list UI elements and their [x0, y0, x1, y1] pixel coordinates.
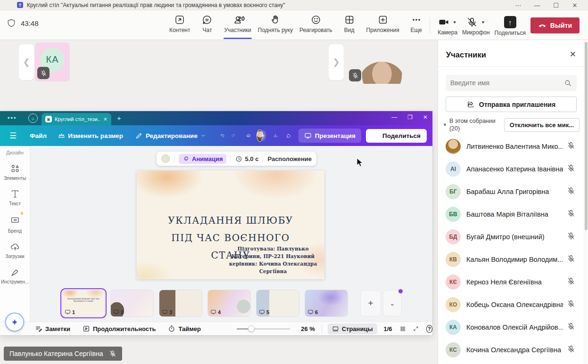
- tabbar-more-icon[interactable]: •••: [8, 114, 17, 121]
- participant-mic-muted-icon[interactable]: [567, 164, 575, 174]
- undo-icon[interactable]: [220, 131, 224, 140]
- slide-thumbnail[interactable]: 3: [159, 290, 202, 316]
- react-button[interactable]: Реагировать: [296, 10, 336, 40]
- participant-mic-muted-icon[interactable]: [567, 322, 575, 332]
- microphone-button[interactable]: ▼ Микрофон: [462, 15, 489, 36]
- search-input[interactable]: [450, 79, 564, 87]
- send-invite-button[interactable]: Отправка приглашения: [446, 97, 577, 112]
- new-tab-button[interactable]: +: [117, 114, 121, 122]
- collapse-filmstrip-button[interactable]: ⌄: [383, 290, 402, 316]
- canva-maximize-button[interactable]: ❐: [407, 114, 413, 121]
- participant-row[interactable]: КЄ Керноз Неля Євгеніївна: [438, 271, 584, 293]
- participant-row[interactable]: КС Кочина Олександра Сергіївна: [438, 339, 584, 361]
- help-button[interactable]: ?: [426, 325, 432, 333]
- participant-mic-muted-icon[interactable]: [567, 254, 575, 265]
- mic-dropdown-chevron[interactable]: ▼: [480, 20, 485, 24]
- window-minimize-button[interactable]: —: [528, 0, 547, 10]
- notes-button[interactable]: Заметки: [35, 325, 70, 332]
- menu-hamburger-icon[interactable]: ☰: [9, 131, 17, 141]
- participant-row[interactable]: БД Бугай Дмитро (внешний): [438, 226, 584, 248]
- panel-close-icon[interactable]: ✕: [570, 49, 576, 59]
- home-icon[interactable]: ⌂: [28, 113, 38, 123]
- strip-next-button[interactable]: ❯: [329, 44, 344, 80]
- view-button[interactable]: Вид: [336, 10, 363, 40]
- redo-icon[interactable]: [231, 131, 235, 140]
- participant-row[interactable]: АІ Апанасенко Катерина Іванівна: [438, 158, 584, 180]
- content-button[interactable]: Контент: [166, 10, 193, 40]
- canva-assistant-button[interactable]: ✦: [5, 313, 24, 332]
- mute-all-button[interactable]: Отключить все мик...: [504, 118, 580, 132]
- slide-thumbnail[interactable]: 1 УКЛАДАННЯ ШЛЮБУ ПІД ЧАС ВОЄННОГО СТАНУ: [62, 290, 105, 316]
- participant-mic-muted-icon[interactable]: [567, 299, 575, 310]
- slide-thumbnail[interactable]: 4: [208, 290, 250, 316]
- presentation-slide[interactable]: УКЛАДАННЯ ШЛЮБУ ПІД ЧАС ВОЄННОГО СТАНУ П…: [137, 170, 324, 279]
- fullscreen-icon[interactable]: [413, 325, 419, 332]
- participant-row[interactable]: КО Кобець Оксана Олександрівна: [438, 293, 584, 316]
- participant-row[interactable]: БГ Барабаш Алла Григорівна: [438, 180, 584, 203]
- search-box[interactable]: [446, 75, 577, 91]
- more-button[interactable]: Еще: [403, 10, 430, 40]
- editing-mode-dropdown[interactable]: Редактирование: [135, 132, 206, 139]
- sidebar-item-tools[interactable]: Инструмен...: [0, 267, 30, 284]
- timer-button[interactable]: Таймер: [168, 325, 201, 332]
- leave-button[interactable]: Выйти: [530, 17, 580, 33]
- apps-button[interactable]: Приложения: [363, 10, 403, 40]
- duration-toolbar-button[interactable]: Продолжительность: [83, 325, 156, 332]
- zoom-slider-knob[interactable]: [248, 325, 255, 332]
- video-tile-initials[interactable]: КА: [35, 42, 70, 81]
- camera-dropdown-chevron[interactable]: ▼: [452, 20, 457, 24]
- participant-row[interactable]: Литвиненко Валентина Мико...: [438, 135, 584, 158]
- tab-close-icon[interactable]: ✕: [103, 116, 108, 122]
- add-collaborator-button[interactable]: +: [260, 130, 265, 141]
- participant-mic-muted-icon[interactable]: [567, 186, 575, 197]
- slide-thumbnail[interactable]: 6: [305, 290, 348, 316]
- sidebar-item-brand[interactable]: ♛ Бренд: [0, 214, 30, 234]
- shared-screen-canva-window[interactable]: ••• ⌂ ▣ Круглий стіл_тези... ✕ + — ❐ ✕ ☰…: [0, 111, 432, 335]
- featured-video-tile[interactable]: [347, 41, 417, 84]
- comment-icon[interactable]: [286, 131, 291, 140]
- participant-mic-muted-icon[interactable]: [567, 232, 575, 242]
- zoom-level: 26 %: [301, 325, 315, 332]
- camera-button[interactable]: ▼ Камера: [438, 15, 457, 36]
- resize-button[interactable]: Изменить размер: [58, 132, 123, 139]
- panel-scrollbar[interactable]: [584, 40, 588, 364]
- participant-row[interactable]: БВ Баштова Марія Віталіївна: [438, 203, 584, 226]
- animation-button[interactable]: Анимация: [179, 154, 226, 164]
- sidebar-item-elements[interactable]: Элементы: [0, 163, 30, 181]
- participant-mic-muted-icon[interactable]: [567, 345, 575, 355]
- canva-active-tab[interactable]: ▣ Круглий стіл_тези... ✕: [41, 113, 111, 125]
- participants-button[interactable]: 20 Участники: [221, 10, 254, 40]
- raise-hand-button[interactable]: Поднять руку: [255, 10, 296, 40]
- canva-close-button[interactable]: ✕: [423, 114, 428, 121]
- window-maximize-button[interactable]: ☐: [547, 0, 565, 10]
- participant-mic-muted-icon[interactable]: [567, 277, 575, 287]
- section-collapse-caret[interactable]: ▼: [443, 122, 447, 127]
- pages-button[interactable]: Страницы: [328, 324, 377, 334]
- color-swatch[interactable]: [161, 154, 170, 163]
- participant-row[interactable]: КА Коновалов Олексій Андрійов...: [438, 316, 584, 339]
- add-slide-button[interactable]: +: [360, 290, 381, 316]
- slide-thumbnail[interactable]: 2: [111, 290, 153, 316]
- canva-share-button[interactable]: Поделиться: [366, 129, 427, 143]
- chat-button[interactable]: Чат: [193, 10, 221, 40]
- window-close-button[interactable]: ✕: [565, 0, 584, 10]
- participant-mic-muted-icon[interactable]: [567, 141, 575, 152]
- participant-mic-muted-icon[interactable]: [567, 209, 575, 219]
- strip-prev-button[interactable]: ❮: [19, 44, 34, 80]
- participant-row[interactable]: КВ Кальян Володимир Володим...: [438, 248, 584, 271]
- share-screen-button[interactable]: ↑ Поделиться: [495, 14, 526, 36]
- present-button[interactable]: Презентация: [298, 129, 361, 143]
- file-menu[interactable]: Файл: [30, 132, 47, 139]
- grid-view-icon[interactable]: [400, 325, 406, 333]
- slide-thumbnail[interactable]: 5: [257, 290, 299, 316]
- sidebar-item-text[interactable]: Текст: [0, 189, 30, 206]
- sidebar-item-uploads[interactable]: Загрузки: [0, 242, 30, 259]
- window-more-button[interactable]: ⋯: [509, 0, 528, 10]
- insights-chart-icon[interactable]: [273, 131, 278, 140]
- sidebar-item-design[interactable]: Дизайн: [0, 150, 30, 155]
- canva-minimize-button[interactable]: —: [391, 114, 397, 121]
- scrollbar-thumb[interactable]: [585, 42, 588, 230]
- zoom-slider[interactable]: [237, 328, 290, 330]
- duration-button[interactable]: 5.0 с: [235, 155, 258, 162]
- position-button[interactable]: Расположение: [267, 155, 312, 162]
